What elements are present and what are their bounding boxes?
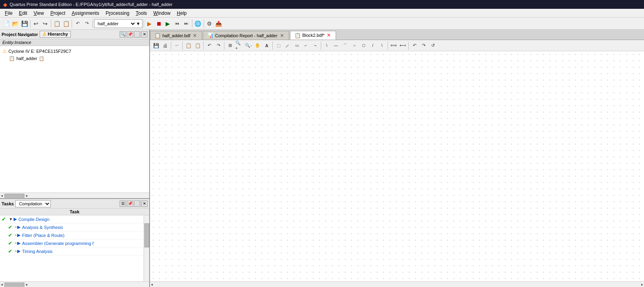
bdf-tb-zoomin[interactable]: 🔍+ — [235, 41, 244, 50]
tb-redo2[interactable]: ↷ — [82, 19, 91, 28]
bdf-scroll-right[interactable]: ▸ — [640, 282, 644, 287]
tb-settings[interactable]: ⚙ — [205, 19, 214, 28]
bdf-tb-fitall[interactable]: ⊞ — [226, 41, 234, 50]
tasks-scroll-thumb[interactable] — [144, 223, 149, 247]
bdf-tb-redo2[interactable]: ↷ — [214, 41, 223, 50]
tb-compile[interactable]: ▶ — [145, 19, 154, 28]
tb-open[interactable]: 📂 — [11, 19, 20, 28]
bdf-tb-hand[interactable]: ✋ — [253, 41, 262, 50]
tree-node-cyclone[interactable]: ⚠ Cyclone IV E: EP4CE115F29C7 — [2, 48, 148, 55]
tb-globe[interactable]: 🌐 — [194, 19, 202, 28]
menu-help[interactable]: Help — [174, 10, 190, 17]
nav-close-btn[interactable]: ✕ — [141, 31, 148, 38]
menu-tools[interactable]: Tools — [132, 10, 150, 17]
tb-redo[interactable]: ↪ — [41, 19, 50, 28]
bdf-tb-print[interactable]: 🖨 — [161, 41, 170, 50]
scroll-thumb[interactable] — [4, 194, 24, 198]
tasks-undock-btn[interactable]: ⬜ — [134, 201, 140, 207]
tab-close-bdf2[interactable]: ✕ — [326, 32, 332, 38]
menu-processing[interactable]: Processing — [102, 10, 132, 17]
tasks-vscrollbar[interactable] — [144, 215, 149, 281]
tasks-scroll-thumb-h[interactable] — [4, 283, 24, 287]
tasks-close-btn[interactable]: ✕ — [141, 201, 148, 207]
bdf-tb-text[interactable]: A — [262, 41, 271, 50]
bdf-scroll-left[interactable]: ◂ — [150, 282, 154, 287]
tab-half-adder-bdf[interactable]: 📋 half_adder.bdf ✕ — [150, 31, 202, 40]
bdf-tb-zoomout[interactable]: 🔍- — [244, 41, 253, 50]
tab-icon-bdf2: 📋 — [294, 32, 301, 38]
entity-dropdown[interactable]: half_adder ▼ — [94, 19, 142, 28]
bdf-tb-arc[interactable]: ⌒ — [341, 41, 350, 50]
menu-assignments[interactable]: Assignments — [68, 10, 102, 17]
tb-prev[interactable]: ⏮ — [173, 19, 182, 28]
bdf-tb-corner2[interactable]: ¬ — [311, 41, 320, 50]
entity-select[interactable]: half_adder — [96, 21, 136, 26]
tree-node-half-adder[interactable]: 📋 half_adder 📋 — [8, 55, 148, 62]
tb-save[interactable]: 💾 — [20, 19, 29, 28]
bdf-tb-diag2[interactable]: / — [368, 41, 377, 50]
scroll-right-arrow[interactable]: ▸ — [25, 193, 29, 198]
bdf-tb-undo[interactable]: ↩ — [172, 41, 181, 50]
nav-pin-btn[interactable]: 📌 — [127, 31, 133, 38]
nav-hscrollbar[interactable]: ◂ ▸ — [0, 193, 149, 198]
tasks-scroll-left[interactable]: ◂ — [0, 282, 4, 287]
bdf-tb-mirror-h[interactable]: ⟺ — [389, 41, 398, 50]
tb-copy[interactable]: 📋 — [52, 19, 61, 28]
tab-compilation-report[interactable]: 📊 Compilation Report - half_adder ✕ — [203, 31, 289, 40]
tb-paste[interactable]: 📋 — [62, 19, 70, 28]
tasks-dropdown[interactable]: Compilation — [15, 200, 51, 207]
task-expand-fitter[interactable]: › — [15, 233, 16, 237]
tb-new[interactable]: 📄 — [2, 19, 10, 28]
task-expand-compile[interactable]: ▼ — [9, 217, 13, 221]
menu-file[interactable]: File — [2, 10, 16, 17]
tab-close-report[interactable]: ✕ — [279, 33, 285, 38]
hierarchy-tab[interactable]: ⚠ Hierarchy — [40, 31, 71, 38]
tasks-hscrollbar[interactable]: ◂ ▸ — [0, 281, 149, 287]
bdf-tb-diag3[interactable]: \ — [378, 41, 386, 50]
task-row-compile[interactable]: ✔ ▼ ▶ Compile Design — [0, 215, 149, 223]
bdf-tb-rotate2[interactable]: ↷ — [419, 41, 428, 50]
task-expand-assembler[interactable]: › — [15, 241, 16, 245]
menu-view[interactable]: View — [30, 10, 47, 17]
tab-block2-bdf[interactable]: 📋 Block2.bdf* ✕ — [290, 31, 336, 40]
bdf-sep4 — [224, 42, 224, 50]
tb-stop[interactable]: ⏹ — [154, 19, 163, 28]
task-row-assembler[interactable]: ✔ › ▶ Assembler (Generate programming f — [6, 239, 149, 247]
bdf-tb-save[interactable]: 💾 — [152, 41, 160, 50]
bdf-tb-paste[interactable]: 📋 — [193, 41, 202, 50]
menu-edit[interactable]: Edit — [16, 10, 30, 17]
bdf-tb-circle[interactable]: ○ — [350, 41, 359, 50]
bdf-tb-rotate1[interactable]: ↶ — [410, 41, 419, 50]
bdf-tb-line[interactable]: | — [281, 39, 294, 52]
task-expand-timing[interactable]: › — [15, 249, 16, 253]
tasks-scroll-right[interactable]: ▸ — [25, 282, 29, 287]
bdf-tb-rotate3[interactable]: ↺ — [428, 41, 437, 50]
tb-next[interactable]: ⏭ — [182, 19, 191, 28]
tb-export[interactable]: 📤 — [214, 19, 223, 28]
menu-window[interactable]: Window — [150, 10, 174, 17]
nav-undock-btn[interactable]: ⬜ — [134, 31, 140, 38]
menu-project[interactable]: Project — [47, 10, 68, 17]
tb-undo[interactable]: ↩ — [32, 19, 40, 28]
bdf-tb-corner1[interactable]: ⌐ — [302, 41, 310, 50]
task-row-timing[interactable]: ✔ › ▶ Timing Analysis — [6, 247, 149, 255]
tb-undo2[interactable]: ↶ — [73, 19, 82, 28]
bdf-tb-diag1[interactable]: \ — [322, 41, 331, 50]
bdf-tb-undo2[interactable]: ↶ — [205, 41, 214, 50]
tb-start[interactable]: ▶ — [164, 19, 172, 28]
task-row-analysis[interactable]: ✔ › ▶ Analysis & Synthesis — [6, 223, 149, 231]
tasks-pin-btn[interactable]: 📌 — [127, 201, 133, 207]
task-row-fitter[interactable]: ✔ › ▶ Fitter (Place & Route) — [6, 231, 149, 239]
bdf-canvas[interactable] — [150, 51, 644, 281]
tab-close-bdf1[interactable]: ✕ — [192, 33, 198, 38]
bdf-tb-mirror-v[interactable]: ⟻ — [398, 41, 407, 50]
scroll-left-arrow[interactable]: ◂ — [0, 193, 4, 198]
bdf-tb-copy[interactable]: 📋 — [184, 41, 193, 50]
nav-search-btn[interactable]: 🔍 — [120, 31, 126, 38]
task-expand-analysis[interactable]: › — [15, 225, 16, 229]
bdf-tb-poly[interactable]: ⬡ — [359, 41, 368, 50]
bdf-hscrollbar[interactable]: ◂ ▸ — [150, 281, 644, 287]
cyclone-label: Cyclone IV E: EP4CE115F29C7 — [8, 49, 71, 54]
tasks-list-btn[interactable]: ☰ — [120, 201, 126, 207]
bdf-tb-horiz[interactable]: — — [332, 41, 340, 50]
